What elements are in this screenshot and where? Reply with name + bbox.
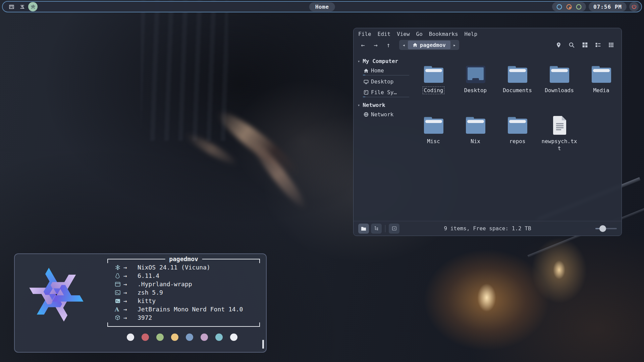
path-scroll-left-button[interactable]: ◂ — [400, 43, 408, 48]
sidebar-item-label: Network — [371, 111, 393, 118]
menu-view[interactable]: View — [397, 31, 410, 37]
folder-icon — [465, 116, 486, 135]
workspace-5[interactable] — [17, 2, 27, 11]
menu-bookmarks[interactable]: Bookmarks — [429, 31, 458, 37]
forward-button[interactable]: → — [372, 41, 380, 49]
terminal-value: kitty — [138, 297, 156, 304]
wallpaper-streaks — [141, 0, 228, 141]
terminal-window[interactable]: pagedmov → NixOS 24.11 (Vicuna) → 6 — [14, 253, 267, 353]
path-bar: ◂ pagedmov ▸ — [399, 40, 459, 50]
palette-dot — [171, 334, 178, 341]
tree-view-icon — [374, 226, 379, 231]
menu-edit[interactable]: Edit — [378, 31, 391, 37]
file-item-misc[interactable]: Misc — [414, 116, 453, 167]
fetch-row-os: → NixOS 24.11 (Vicuna) — [107, 263, 260, 272]
list-view-icon[interactable] — [595, 42, 601, 48]
file-label: repos — [508, 137, 527, 145]
fetch-row-kernel: → 6.11.4 — [107, 272, 260, 280]
file-label: Documents — [501, 86, 533, 94]
icon-view-icon[interactable] — [582, 42, 588, 48]
menu-help[interactable]: Help — [465, 31, 478, 37]
tray-record-icon[interactable] — [566, 4, 572, 10]
sidebar-item-label: Home — [371, 67, 384, 74]
fastfetch-output: pagedmov → NixOS 24.11 (Vicuna) → 6 — [107, 259, 260, 327]
kanji-five-glyph — [19, 4, 25, 10]
palette-dot — [186, 334, 193, 341]
palette-dot — [201, 334, 208, 341]
statusbar-separator — [385, 225, 385, 232]
file-item-downloads[interactable]: Downloads — [540, 65, 579, 116]
sidebar-item-network[interactable]: Network — [364, 111, 409, 119]
folder-icon — [423, 65, 444, 84]
folder-view-icon — [361, 226, 366, 231]
toolbar: ← → ↑ ◂ pagedmov ▸ — [354, 39, 622, 53]
side-panel-icon — [392, 226, 397, 231]
sidebar-group-my-computer[interactable]: ▾ My Computer — [358, 58, 409, 64]
sidebar-group-label: Network — [363, 102, 385, 108]
palette-dot — [142, 334, 149, 341]
folder-icon — [507, 65, 528, 84]
menu-file[interactable]: File — [358, 31, 371, 37]
path-scroll-right-button[interactable]: ▸ — [450, 43, 459, 48]
zoom-slider[interactable] — [595, 228, 617, 229]
file-item-documents[interactable]: Documents — [498, 65, 537, 116]
terminal-color-palette — [127, 334, 237, 341]
home-icon — [413, 43, 418, 47]
toggle-side-panel-button[interactable] — [389, 224, 399, 234]
top-bar: Home 07:56 PM — [2, 1, 642, 12]
file-label: newpsych.txt — [540, 137, 579, 152]
file-item-newpsych-txt[interactable]: newpsych.txt — [540, 116, 579, 167]
tray-green-ring-icon[interactable] — [576, 4, 582, 10]
path-segment-label: pagedmov — [420, 42, 446, 48]
file-item-nix[interactable]: Nix — [456, 116, 495, 167]
terminal-cursor — [262, 340, 264, 349]
arrow-glyph: → — [123, 264, 138, 271]
up-button[interactable]: ↑ — [384, 41, 392, 49]
file-item-media[interactable]: Media — [582, 65, 621, 116]
icon-view-mode-button[interactable] — [358, 224, 369, 234]
file-item-desktop[interactable]: Desktop — [456, 65, 495, 116]
status-text: 9 items, Free space: 1.2 TB — [444, 225, 531, 232]
kanji-four-glyph — [9, 4, 14, 10]
slider-handle[interactable] — [599, 225, 606, 232]
tray-blue-ring-icon[interactable] — [556, 4, 562, 10]
fetch-box-bottom-border — [107, 322, 260, 327]
workspace-switcher — [5, 2, 38, 11]
power-button[interactable] — [629, 2, 639, 11]
folder-icon — [507, 116, 528, 135]
sidebar-group-label: My Computer — [363, 58, 398, 64]
palette-dot — [127, 334, 134, 341]
folder-icon — [549, 65, 570, 84]
menu-go[interactable]: Go — [416, 31, 423, 37]
location-pin-icon[interactable] — [556, 42, 561, 48]
nixos-snowflake-icon — [115, 264, 123, 270]
file-item-coding[interactable]: Coding — [414, 65, 453, 116]
folder-icon — [591, 65, 612, 84]
status-bar: 9 items, Free space: 1.2 TB — [354, 221, 622, 236]
fetch-row-shell: → zsh 5.9 — [107, 288, 260, 297]
desktop-folder-icon — [465, 65, 486, 84]
sidebar-item-desktop[interactable]: Desktop — [364, 78, 409, 86]
sidebar-item-home[interactable]: Home — [364, 67, 409, 75]
collapse-caret-icon[interactable]: ▾ — [358, 103, 360, 108]
fetch-row-packages: → 3972 — [107, 313, 260, 322]
search-icon[interactable] — [569, 42, 575, 48]
fetch-hostname: pagedmov — [165, 255, 202, 262]
desktop-icon — [364, 79, 369, 84]
collapse-caret-icon[interactable]: ▾ — [358, 59, 360, 64]
sidebar-group-network[interactable]: ▾ Network — [358, 102, 409, 108]
tree-view-button[interactable] — [371, 224, 382, 234]
file-label: Nix — [469, 137, 482, 145]
compact-view-icon[interactable] — [608, 42, 614, 48]
sidebar-item-file-system[interactable]: File Sy… — [364, 89, 409, 97]
back-button[interactable]: ← — [359, 41, 367, 49]
file-icon-view: Coding Desktop Documents — [409, 53, 622, 221]
file-label: Desktop — [463, 86, 488, 94]
terminal-icon — [115, 298, 123, 304]
workspace-4[interactable] — [7, 2, 16, 11]
package-cube-icon — [115, 315, 123, 320]
arrow-glyph: → — [123, 281, 138, 288]
path-segment-home[interactable]: pagedmov — [408, 41, 450, 49]
file-item-repos[interactable]: repos — [498, 116, 537, 167]
workspace-6-active[interactable] — [28, 2, 38, 11]
